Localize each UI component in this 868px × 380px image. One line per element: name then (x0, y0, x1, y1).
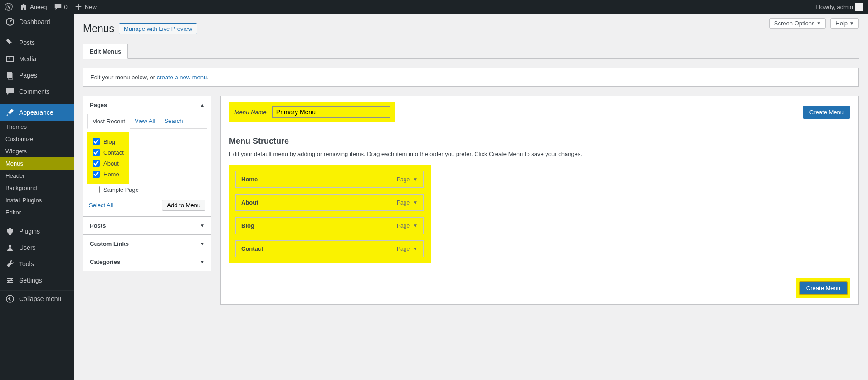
chevron-down-icon: ▼ (200, 259, 205, 264)
menu-item-title: Blog (241, 222, 254, 229)
posts-accordion-header[interactable]: Posts ▼ (83, 217, 211, 234)
page-icon (5, 71, 15, 80)
create-menu-button-bottom[interactable]: Create Menu (799, 281, 848, 295)
sidebar-item-media[interactable]: Media (0, 51, 74, 67)
menu-item-row[interactable]: About Page ▼ (235, 194, 424, 211)
sidebar-subitem-install-plugins[interactable]: Install Plugins (0, 194, 74, 206)
tab-most-recent[interactable]: Most Recent (87, 114, 130, 129)
svg-point-11 (10, 279, 12, 281)
menu-item-row[interactable]: Home Page ▼ (235, 171, 424, 188)
sidebar-item-tools[interactable]: Tools (0, 256, 74, 272)
create-new-menu-link[interactable]: create a new menu (157, 74, 207, 81)
media-icon (5, 54, 15, 63)
page-check-item[interactable]: Sample Page (93, 184, 202, 195)
add-to-menu-button[interactable]: Add to Menu (162, 200, 205, 211)
help-button[interactable]: Help ▼ (830, 18, 859, 29)
custom-links-accordion-header[interactable]: Custom Links ▼ (83, 235, 211, 253)
menu-structure-title: Menu Structure (229, 136, 850, 146)
chevron-down-icon[interactable]: ▼ (413, 200, 418, 205)
chevron-down-icon[interactable]: ▼ (413, 177, 418, 182)
tab-search[interactable]: Search (160, 114, 187, 128)
comments-count: 0 (64, 4, 68, 10)
sidebar-subitem-editor[interactable]: Editor (0, 206, 74, 219)
sidebar-subitem-themes[interactable]: Themes (0, 121, 74, 133)
checkbox-about[interactable] (93, 160, 100, 167)
comment-icon (5, 87, 15, 96)
page-title: Menus (83, 23, 114, 35)
sidebar-item-users[interactable]: Users (0, 239, 74, 256)
edit-notice: Edit your menu below, or create a new me… (83, 68, 859, 87)
create-menu-button-top[interactable]: Create Menu (803, 106, 850, 119)
sidebar-item-pages[interactable]: Pages (0, 67, 74, 83)
categories-accordion-header[interactable]: Categories ▼ (83, 253, 211, 271)
select-all-link[interactable]: Select All (89, 202, 113, 209)
sidebar-item-dashboard[interactable]: Dashboard (0, 14, 74, 30)
page-check-item[interactable]: Contact (93, 147, 124, 158)
sidebar-item-comments[interactable]: Comments (0, 83, 74, 100)
wp-logo[interactable] (5, 3, 13, 11)
collapse-label: Collapse menu (19, 295, 61, 302)
sidebar-subitem-background[interactable]: Background (0, 182, 74, 194)
sidebar-item-appearance[interactable]: Appearance (0, 104, 74, 121)
page-check-item[interactable]: Home (93, 169, 124, 180)
plugin-icon (5, 227, 15, 236)
site-name-link[interactable]: Aneeq (20, 3, 47, 11)
admin-sidebar: Dashboard Posts Media Pages Comments App… (0, 14, 74, 323)
collapse-menu[interactable]: Collapse menu (0, 290, 74, 307)
sidebar-item-label: Media (19, 55, 36, 63)
panel-title: Posts (90, 222, 106, 229)
wordpress-icon (5, 3, 13, 11)
tab-edit-menus[interactable]: Edit Menus (83, 44, 128, 59)
sidebar-item-plugins[interactable]: Plugins (0, 223, 74, 239)
pages-accordion-header[interactable]: Pages ▲ (83, 96, 211, 114)
menu-item-title: Home (241, 176, 258, 183)
plus-icon (74, 3, 83, 11)
checkbox-sample-page[interactable] (93, 186, 100, 193)
menu-item-row[interactable]: Blog Page ▼ (235, 217, 424, 234)
sidebar-item-label: Plugins (19, 228, 40, 235)
svg-point-10 (8, 278, 10, 279)
menu-name-input[interactable] (272, 106, 390, 118)
create-menu-highlight: Create Menu (796, 278, 850, 298)
menu-structure-desc: Edit your default menu by adding or remo… (229, 151, 850, 157)
sidebar-item-label: Settings (19, 277, 42, 284)
menu-item-row[interactable]: Contact Page ▼ (235, 240, 424, 257)
page-checklist-highlighted: Blog Contact About Home (87, 132, 129, 184)
menu-management: Menu Name Create Menu Menu Structure Edi… (220, 96, 859, 305)
tab-view-all[interactable]: View All (130, 114, 160, 128)
chevron-down-icon: ▼ (200, 241, 205, 246)
sidebar-subitem-widgets[interactable]: Widgets (0, 145, 74, 157)
svg-point-3 (9, 58, 10, 59)
panel-title: Custom Links (90, 240, 129, 247)
panel-title: Categories (90, 258, 120, 265)
sidebar-item-label: Users (19, 244, 36, 251)
chevron-down-icon[interactable]: ▼ (413, 223, 418, 228)
svg-rect-2 (7, 56, 13, 62)
users-icon (5, 243, 15, 252)
sidebar-item-settings[interactable]: Settings (0, 272, 74, 288)
sidebar-subitem-customize[interactable]: Customize (0, 133, 74, 145)
sidebar-subitem-menus[interactable]: Menus (0, 157, 74, 170)
appearance-submenu: Themes Customize Widgets Menus Header Ba… (0, 121, 74, 219)
checkbox-home[interactable] (93, 171, 100, 178)
sidebar-subitem-header[interactable]: Header (0, 170, 74, 182)
comments-link[interactable]: 0 (54, 3, 68, 11)
live-preview-button[interactable]: Manage with Live Preview (119, 23, 197, 34)
menu-item-title: About (241, 199, 258, 206)
howdy-link[interactable]: Howdy, admin (816, 3, 863, 11)
menu-name-label: Menu Name (234, 109, 267, 116)
nav-tabs: Edit Menus (83, 44, 859, 59)
page-check-item[interactable]: About (93, 158, 124, 169)
custom-links-accordion: Custom Links ▼ (83, 234, 211, 253)
chevron-down-icon[interactable]: ▼ (413, 246, 418, 251)
chevron-up-icon: ▲ (200, 102, 205, 107)
checkbox-blog[interactable] (93, 138, 100, 145)
sidebar-item-posts[interactable]: Posts (0, 34, 74, 51)
screen-options-button[interactable]: Screen Options ▼ (769, 18, 826, 29)
page-check-item[interactable]: Blog (93, 136, 124, 147)
categories-accordion: Categories ▼ (83, 253, 211, 271)
menu-settings-column: Pages ▲ Most Recent View All Search Blog… (83, 96, 211, 305)
menu-panel: Menu Name Create Menu Menu Structure Edi… (220, 96, 859, 305)
checkbox-contact[interactable] (93, 149, 100, 156)
new-content-link[interactable]: New (74, 3, 97, 11)
